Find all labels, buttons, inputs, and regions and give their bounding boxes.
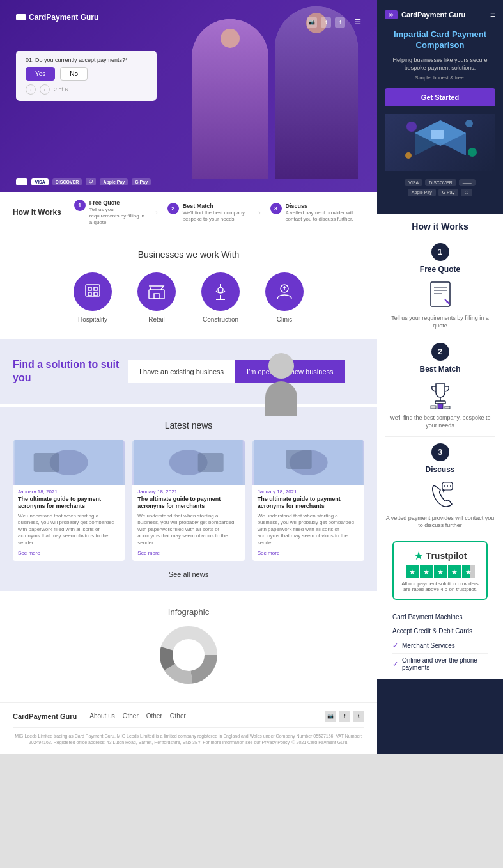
footer-facebook-icon[interactable]: f [339, 711, 350, 722]
sidebar-links: Card Payment Machines Accept Credit & De… [385, 605, 495, 679]
news-more-1[interactable]: See more [13, 550, 125, 561]
mastercard-logo: ●● [16, 178, 27, 185]
news-more-2[interactable]: See more [132, 550, 244, 561]
news-card-3: January 18, 2021 The ultimate guide to p… [252, 440, 364, 561]
sidebar-step-1-title: Free Quote [385, 265, 495, 274]
tp-star-5: ★ [462, 565, 475, 578]
step-3-title: Discuss [286, 203, 364, 209]
businesses-section: Businesses we work With Hospitality [0, 233, 377, 339]
instagram-icon[interactable]: 📷 [307, 17, 317, 28]
trustpilot-box: ★ Trustpilot ★ ★ ★ ★ ★ All our payment s… [392, 541, 488, 600]
quiz-box: 01. Do you currently accept payments?* Y… [16, 51, 157, 101]
footer-link-3[interactable]: Other [146, 713, 162, 720]
footer-twitter-icon[interactable]: t [353, 711, 364, 722]
quiz-progress: 2 of 6 [54, 86, 68, 93]
latest-news-section: Latest news January 18, 2021 The ultimat… [0, 407, 377, 591]
existing-business-button[interactable]: I have an existing business [128, 360, 235, 383]
facebook-icon[interactable]: f [335, 17, 345, 28]
sidebar-step-2-num: 2 [431, 343, 449, 361]
footer-link-2[interactable]: Other [123, 713, 139, 720]
svg-rect-16 [34, 453, 59, 472]
clinic-label: Clinic [277, 316, 292, 323]
twitter-icon[interactable]: t [321, 17, 331, 28]
sidebar-link-merchant[interactable]: ✓ Merchant Services [392, 638, 488, 654]
discover-logo: DISCOVER [52, 178, 82, 185]
news-card-1: January 18, 2021 The ultimate guide to p… [13, 440, 125, 561]
step-2-num: 2 [167, 203, 179, 214]
check-icon-1: ✓ [392, 642, 398, 650]
quiz-prev-button[interactable]: ‹ [26, 84, 36, 95]
footer-social: 📷 f t [325, 711, 364, 722]
sidebar-tagline: Simple, honest & free. [385, 75, 495, 81]
sidebar-step-3: 3 Discuss A vetted payment provides will… [385, 437, 495, 536]
see-all-news[interactable]: See all news [13, 571, 364, 578]
find-solution-buttons: I have an existing business I'm opening … [128, 360, 364, 383]
sidebar-step-1-desc: Tell us your requirements by filling in … [385, 315, 495, 329]
footer: CardPayment Guru About us Other Other Ot… [0, 702, 377, 754]
person-female [192, 19, 268, 179]
sidebar-step-2: 2 Best Match W [385, 336, 495, 436]
sidebar-logo-row: ≫ CardPayment Guru ≡ [385, 10, 495, 20]
sidebar-link-credit-debit[interactable]: Accept Credit & Debit Cards [392, 624, 488, 638]
sidebar-discover: DISCOVER [425, 179, 456, 186]
svg-point-49 [450, 485, 451, 487]
news-grid: January 18, 2021 The ultimate guide to p… [13, 440, 364, 561]
sidebar-headline: Impartial Card Payment Comparison [385, 29, 495, 51]
news-more-3[interactable]: See more [252, 550, 364, 561]
footer-link-4[interactable]: Other [170, 713, 186, 720]
news-body-2: We understand that when starting a busin… [132, 513, 244, 550]
sidebar-link-card-machines[interactable]: Card Payment Machines [392, 610, 488, 624]
hospitality-icon [83, 282, 102, 301]
news-img-1 [13, 440, 125, 485]
menu-icon[interactable]: ≡ [354, 15, 361, 29]
step-arrow-1: › [155, 209, 157, 216]
biz-retail: Retail [137, 272, 176, 323]
step-arrow-2: › [258, 209, 260, 216]
svg-point-33 [465, 120, 473, 127]
sidebar-cta-button[interactable]: Get Started [385, 88, 495, 106]
how-it-works-bar: How it Works 1 Free Quote Tell us your r… [0, 192, 377, 233]
pie-chart [13, 626, 364, 686]
find-solution-section: Find a solution to suit you I have an ex… [0, 339, 377, 404]
sidebar-how-title: How it Works [385, 214, 495, 237]
footer-link-1[interactable]: About us [89, 713, 114, 720]
news-card-2: January 18, 2021 The ultimate guide to p… [132, 440, 244, 561]
sidebar-step-3-desc: A vetted payment provides will contact y… [385, 515, 495, 530]
footer-instagram-icon[interactable]: 📷 [325, 711, 336, 722]
gpay-logo: G Pay [132, 178, 151, 185]
hero-logo: CardPayment Guru [16, 13, 98, 22]
news-img-2 [132, 440, 244, 485]
find-solution-text: Find a solution to suit you [13, 358, 128, 385]
construction-label: Construction [203, 316, 238, 323]
footer-legal: MIG Leeds Limited trading as Card Paymen… [13, 727, 364, 746]
construction-icon [211, 282, 230, 301]
tp-star-1: ★ [406, 565, 419, 578]
step-3-num: 3 [270, 203, 282, 214]
sidebar-logo-icon: ≫ [385, 10, 398, 19]
sidebar-menu-icon[interactable]: ≡ [490, 10, 495, 20]
person-male [275, 6, 358, 179]
sidebar-step-3-title: Discuss [385, 465, 495, 474]
svg-point-35 [405, 152, 412, 159]
sidebar-illustration [385, 114, 495, 171]
sidebar: ≫ CardPayment Guru ≡ Impartial Card Paym… [377, 0, 503, 754]
news-body-3: We understand that when starting a busin… [252, 513, 364, 550]
visa-logo: VISA [31, 178, 48, 185]
svg-point-48 [447, 485, 448, 487]
news-date-2: January 18, 2021 [132, 485, 244, 496]
quiz-no-button[interactable]: No [60, 67, 88, 81]
sidebar-logo-text: CardPayment Guru [401, 11, 465, 19]
sidebar-step-2-icon [424, 379, 456, 411]
infographic-title: Infographic [13, 607, 364, 617]
step-2-desc: We'll find the best company, bespoke to … [183, 210, 246, 222]
step-1-title: Free Quote [89, 200, 146, 206]
svg-point-47 [444, 485, 445, 487]
biz-hospitality: Hospitality [74, 272, 112, 323]
svg-rect-43 [431, 406, 436, 409]
how-bar-title: How it Works [13, 208, 61, 217]
sidebar-link-online[interactable]: ✓ Online and over the phone payments [392, 654, 488, 674]
quiz-next-button[interactable]: › [40, 84, 50, 95]
sidebar-subtext: Helping businesses like yours secure bes… [385, 56, 495, 72]
svg-point-34 [468, 148, 477, 157]
quiz-yes-button[interactable]: Yes [26, 67, 55, 81]
